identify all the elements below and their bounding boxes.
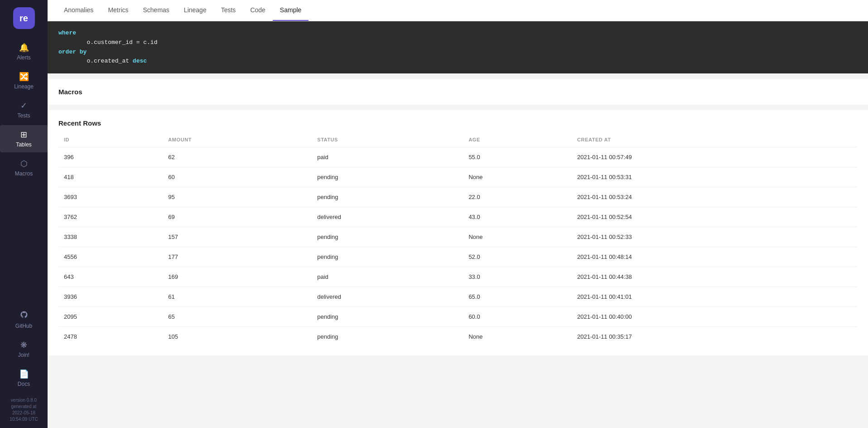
cell-age: 33.0 [463,267,572,287]
docs-icon: 📄 [19,369,29,379]
app-logo[interactable]: re [13,7,35,29]
cell-amount: 62 [163,147,312,167]
sidebar-item-lineage[interactable]: 🔀 Lineage [0,67,48,94]
cell-status: delivered [312,207,463,227]
cell-status: pending [312,307,463,327]
table-body: 39662paid55.02021-01-11 00:57:4941860pen… [58,147,857,347]
sidebar-item-label: GitHub [15,323,32,329]
main-content: Anomalies Metrics Schemas Lineage Tests … [48,0,868,428]
sidebar-item-docs[interactable]: 📄 Docs [0,365,48,392]
cell-id: 396 [58,147,163,167]
sidebar-item-label: Tables [16,141,32,148]
cell-id: 2095 [58,307,163,327]
recent-rows-section: Recent Rows ID AMOUNT STATUS AGE CREATED… [48,110,868,355]
sidebar-item-label: Join! [18,352,29,358]
cell-age: None [463,227,572,247]
sidebar-item-macros[interactable]: ⬡ Macros [0,154,48,181]
lineage-icon: 🔀 [19,72,29,82]
sidebar-item-tables[interactable]: ⊞ Tables [0,125,48,152]
cell-amount: 177 [163,247,312,267]
cell-amount: 61 [163,287,312,307]
tab-lineage[interactable]: Lineage [177,0,214,21]
cell-age: 43.0 [463,207,572,227]
cell-status: delivered [312,287,463,307]
alerts-icon: 🔔 [19,43,29,53]
cell-id: 3936 [58,287,163,307]
cell-amount: 60 [163,167,312,187]
cell-age: None [463,167,572,187]
sidebar: re 🔔 Alerts 🔀 Lineage ✓ Tests ⊞ Tables ⬡… [0,0,48,428]
sidebar-item-join[interactable]: ❋ Join! [0,336,48,363]
code-line-1: where [58,29,857,38]
recent-rows-title: Recent Rows [58,119,857,127]
cell-id: 3762 [58,207,163,227]
cell-created_at: 2021-01-11 00:52:54 [572,207,857,227]
cell-status: pending [312,327,463,347]
table-row: 376269delivered43.02021-01-11 00:52:54 [58,207,857,227]
code-line-4: o.created_at desc [58,57,857,66]
table-header: ID AMOUNT STATUS AGE CREATED AT [58,132,857,147]
table-row: 369395pending22.02021-01-11 00:53:24 [58,187,857,207]
top-nav: Anomalies Metrics Schemas Lineage Tests … [48,0,868,21]
sidebar-item-github[interactable]: GitHub [0,306,48,334]
cell-created_at: 2021-01-11 00:57:49 [572,147,857,167]
tab-sample[interactable]: Sample [273,0,309,21]
cell-age: 22.0 [463,187,572,207]
join-icon: ❋ [20,340,27,350]
sidebar-item-alerts[interactable]: 🔔 Alerts [0,38,48,65]
cell-id: 3693 [58,187,163,207]
col-header-amount: AMOUNT [163,132,312,147]
cell-id: 4556 [58,247,163,267]
sidebar-item-tests[interactable]: ✓ Tests [0,96,48,123]
cell-status: pending [312,187,463,207]
col-header-age: AGE [463,132,572,147]
cell-amount: 95 [163,187,312,207]
table-row: 643169paid33.02021-01-11 00:44:38 [58,267,857,287]
cell-status: pending [312,227,463,247]
table-header-row: ID AMOUNT STATUS AGE CREATED AT [58,132,857,147]
cell-created_at: 2021-01-11 00:53:24 [572,187,857,207]
content-area: where o.customer_id = c.id order by o.cr… [48,21,868,428]
cell-status: paid [312,147,463,167]
cell-created_at: 2021-01-11 00:52:33 [572,227,857,247]
table-row: 209565pending60.02021-01-11 00:40:00 [58,307,857,327]
code-line-2: o.customer_id = c.id [58,38,857,48]
table-row: 3338157pendingNone2021-01-11 00:52:33 [58,227,857,247]
code-block: where o.customer_id = c.id order by o.cr… [48,21,868,73]
tab-tests[interactable]: Tests [214,0,243,21]
cell-id: 2478 [58,327,163,347]
cell-status: pending [312,167,463,187]
col-header-status: STATUS [312,132,463,147]
col-header-id: ID [58,132,163,147]
cell-created_at: 2021-01-11 00:41:01 [572,287,857,307]
sidebar-item-label: Tests [17,112,30,119]
recent-rows-table: ID AMOUNT STATUS AGE CREATED AT 39662pai… [58,132,857,346]
sidebar-item-label: Docs [18,381,30,387]
sidebar-bottom: GitHub ❋ Join! 📄 Docs version 0.8.0 gene… [0,306,48,428]
table-row: 39662paid55.02021-01-11 00:57:49 [58,147,857,167]
cell-age: 65.0 [463,287,572,307]
tests-icon: ✓ [20,101,27,111]
cell-created_at: 2021-01-11 00:40:00 [572,307,857,327]
tab-anomalies[interactable]: Anomalies [57,0,101,21]
sidebar-nav: 🔔 Alerts 🔀 Lineage ✓ Tests ⊞ Tables ⬡ Ma… [0,38,48,306]
tab-code[interactable]: Code [243,0,272,21]
cell-age: 60.0 [463,307,572,327]
tab-schemas[interactable]: Schemas [136,0,177,21]
code-line-3: order by [58,48,857,57]
github-icon [20,311,28,321]
cell-id: 643 [58,267,163,287]
cell-amount: 169 [163,267,312,287]
cell-age: None [463,327,572,347]
cell-created_at: 2021-01-11 00:53:31 [572,167,857,187]
tab-metrics[interactable]: Metrics [101,0,135,21]
table-row: 2478105pendingNone2021-01-11 00:35:17 [58,327,857,347]
cell-created_at: 2021-01-11 00:44:38 [572,267,857,287]
macros-icon: ⬡ [20,159,28,169]
table-row: 393661delivered65.02021-01-11 00:41:01 [58,287,857,307]
cell-amount: 65 [163,307,312,327]
table-row: 4556177pending52.02021-01-11 00:48:14 [58,247,857,267]
cell-amount: 157 [163,227,312,247]
cell-id: 3338 [58,227,163,247]
cell-status: paid [312,267,463,287]
